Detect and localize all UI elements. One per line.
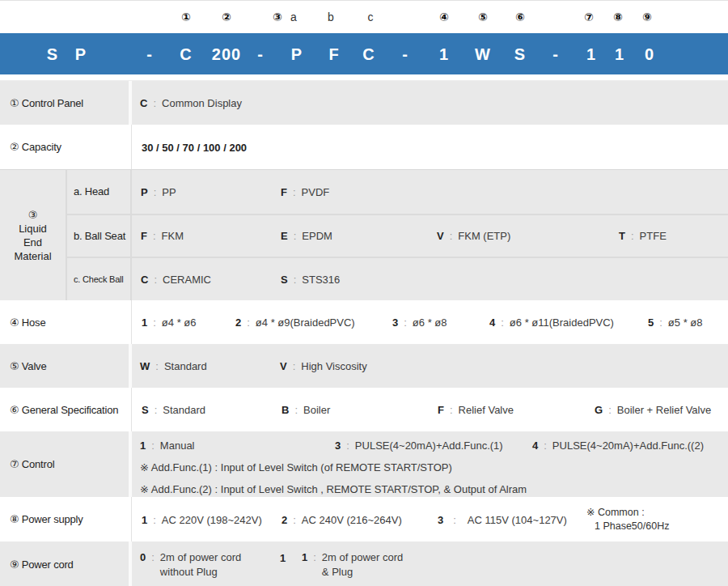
row-label: ⑥ General Specification <box>0 388 132 431</box>
option-colon: : <box>155 360 159 372</box>
option-desc: Standard <box>164 360 207 372</box>
option-key: 1 <box>142 513 147 525</box>
spec-option: F:Relief Valve <box>438 403 514 417</box>
spec-option: W:Standard <box>140 359 207 373</box>
indicator-b: b <box>328 11 334 23</box>
option-colon: : <box>450 404 453 416</box>
option-colon: : <box>153 97 156 109</box>
code-char: - <box>146 45 153 63</box>
spec-option: F:PVDF <box>281 185 329 198</box>
row-content: C:Common Display <box>132 81 728 125</box>
option-key: 1 <box>280 552 286 564</box>
option-colon: : <box>154 274 157 286</box>
code-char: - <box>257 45 264 63</box>
option-key: F <box>141 230 147 242</box>
spec-option: 1:AC 220V (198~242V) <box>142 512 262 526</box>
spec-option: C:CERAMIC <box>141 273 211 287</box>
row-label: ③ Liquid End Material <box>0 170 67 300</box>
indicator-7: ⑦ <box>584 11 594 23</box>
spec-option: S:STS316 <box>281 273 340 287</box>
option-desc: PTFE <box>640 230 667 242</box>
indicator-1: ① <box>181 11 191 23</box>
row-label-text: ② Capacity <box>10 141 61 153</box>
option-key: G <box>595 404 603 416</box>
option-key: V <box>280 360 287 372</box>
option-colon: : <box>631 230 634 242</box>
row-power-cord: ⑨ Power cord 0:2m of power cord without … <box>0 541 728 586</box>
option-desc: ø5 * ø8 <box>668 316 703 329</box>
option-colon: : <box>294 230 297 242</box>
option-key: 2 <box>235 316 241 329</box>
row-label-text: ⑤ Valve <box>10 360 46 372</box>
option-key: S <box>281 274 288 286</box>
code-char: P <box>75 45 87 63</box>
spec-option: 2:ø4 * ø9(BraidedPVC) <box>235 316 355 329</box>
option-desc: PP <box>162 185 176 197</box>
row-label: ① Control Panel <box>0 81 132 125</box>
indicator-3: ③ <box>273 11 282 23</box>
row-capacity: ② Capacity 30 / 50 / 70 / 100 / 200 <box>0 125 728 169</box>
row-content: 1:AC 220V (198~242V) 2:AC 240V (216~264V… <box>132 497 728 541</box>
row-content: 1:ø4 * ø6 2:ø4 * ø9(BraidedPVC) 3:ø6 * ø… <box>132 300 728 344</box>
row-hose: ④ Hose 1:ø4 * ø6 2:ø4 * ø9(BraidedPVC) 3… <box>0 300 728 344</box>
option-key: S <box>142 404 149 416</box>
liquid-subrows: a. Head P:PP F:PVDF b. Ball Seat F:FKM E… <box>67 170 728 300</box>
row-label: ④ Hose <box>0 300 132 344</box>
spec-option: B:Boiler <box>281 403 330 417</box>
option-key: 5 <box>648 316 654 329</box>
power-common-note-line1: ※ Common : <box>586 506 669 520</box>
option-key: W <box>140 360 150 372</box>
option-key: 4 <box>489 316 495 329</box>
code-char: - <box>552 45 559 63</box>
option-key: 2 <box>281 513 287 525</box>
spec-option: S:Standard <box>142 403 205 417</box>
option-desc: 2m of power cord without Plug <box>160 550 241 580</box>
option-key: 3 <box>392 316 398 329</box>
option-colon: : <box>450 230 453 242</box>
option-key: 1 <box>140 440 146 452</box>
spec-option: 0:2m of power cord without Plug <box>140 550 241 580</box>
row-label-text: ⑦ Control <box>10 458 54 470</box>
option-desc: PULSE(4~20mA)+Add.Func.((2) <box>552 440 704 452</box>
row-label: ⑨ Power cord <box>0 541 132 586</box>
option-key: E <box>281 230 288 242</box>
spec-option: 1:ø4 * ø6 <box>142 316 196 329</box>
option-colon: : <box>313 551 316 563</box>
power-common-note-line2: 1 Phase50/60Hz <box>595 520 669 533</box>
spec-option: C:Common Display <box>140 96 242 110</box>
option-desc: AC 240V (216~264V) <box>302 513 402 525</box>
option-colon: : <box>153 513 156 525</box>
option-colon: : <box>153 316 156 329</box>
subrow-check-ball: c. Check Ball C:CERAMIC S:STS316 <box>67 257 728 300</box>
power-cord-stray-key: 1 <box>280 551 286 565</box>
spec-option: 5:ø5 * ø8 <box>648 316 702 329</box>
spec-option: V:FKM (ETP) <box>437 229 510 243</box>
option-key: P <box>141 185 148 197</box>
code-char: W <box>475 45 491 63</box>
option-colon: : <box>151 440 154 452</box>
spec-option: 3:PULSE(4~20mA)+Add.Func.(1) <box>335 439 503 452</box>
option-desc: Standard <box>163 404 205 416</box>
code-char: C <box>362 45 375 63</box>
spec-table: ① Control Panel C:Common Display ② Capac… <box>0 80 728 586</box>
spec-option: G:Boiler + Relief Valve <box>595 403 711 417</box>
option-desc: ø6 * ø11(BraidedPVC) <box>510 316 614 329</box>
option-desc: CERAMIC <box>163 274 211 286</box>
option-desc: EPDM <box>302 230 332 242</box>
option-key: F <box>438 404 444 416</box>
indicator-9: ⑨ <box>642 11 652 23</box>
option-desc: STS316 <box>302 274 340 286</box>
option-desc: AC 220V (198~242V) <box>162 513 262 525</box>
option-colon: : <box>294 274 297 286</box>
code-char: 1 <box>615 45 624 63</box>
option-colon: : <box>293 185 296 197</box>
spec-option: E:EPDM <box>281 229 332 243</box>
row-label: ⑧ Power supply <box>0 497 132 541</box>
code-char: P <box>291 45 303 63</box>
option-colon: : <box>294 404 298 416</box>
option-desc: ø6 * ø8 <box>413 316 447 329</box>
option-colon: : <box>293 360 296 372</box>
option-colon: : <box>404 316 407 329</box>
option-key: F <box>281 185 287 197</box>
subrow-label: c. Check Ball <box>67 258 132 300</box>
